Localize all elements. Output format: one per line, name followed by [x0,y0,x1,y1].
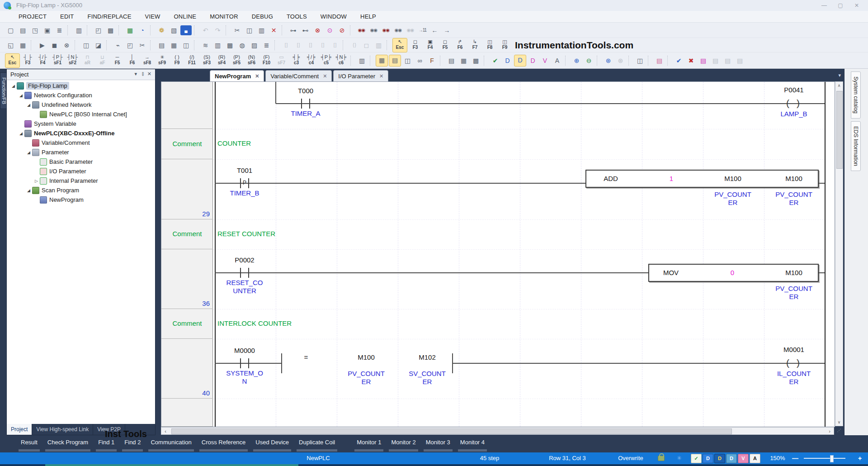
scroll-right-icon[interactable]: › [826,428,834,434]
tree-item-scan-program[interactable]: ◢Scan Program [7,185,155,195]
stop-icon[interactable]: ◼ [49,40,60,51]
bookmark-next-icon[interactable]: ▤ [722,55,733,66]
ladder-tool-f5[interactable]: ─F5 [110,54,124,67]
font-settings-icon[interactable]: F [426,55,438,66]
dock-tab-duplicate-coil[interactable]: Duplicate Coil [294,437,340,451]
tab-variable-comment[interactable]: Variable/Comment✕ [265,70,332,81]
ladder-tool-sf8[interactable]: →sF8 [140,54,154,67]
status-doc-icon[interactable]: D [726,454,737,463]
panel-tab-view-high-speed-link[interactable]: View High-speed Link [32,424,93,435]
page-view-icon[interactable]: ◻ [361,40,372,51]
tree-item-undefined-network[interactable]: ◢Undefined Network [7,100,155,109]
find-device-next-icon[interactable]: ⊛ [615,55,626,66]
replace-icon[interactable]: ◉◉ [380,25,392,36]
disconnect-icon[interactable]: ◪ [93,40,104,51]
dock-tab-monitor-3[interactable]: Monitor 3 [421,437,455,451]
zoom-out-icon[interactable]: ⊖ [583,55,594,66]
tab-overflow-icon[interactable]: ▾ [838,72,841,78]
find-all-icon[interactable]: ◉◉ [392,25,404,36]
ladder-tool-c5[interactable]: ╡P╞c5 [319,54,333,67]
fkey-f8[interactable]: ◫F8 [483,38,497,52]
tree-item-basic-parameter[interactable]: Basic Parameter [7,157,155,166]
zoom-slider-handle[interactable] [830,455,834,462]
ladder-tool-sf9[interactable]: ✳sF9 [155,54,169,67]
zoom-slider-track[interactable] [804,458,845,459]
block-mask-4-icon[interactable]: [ ] [317,40,328,51]
dock-tab-result[interactable]: Result [16,437,42,451]
note-view-icon[interactable]: ▥ [373,40,384,51]
status-doc-icon[interactable]: ✓ [691,454,702,463]
ladder-canvas[interactable]: Comment29Comment36Comment40T000TIMER_APT… [161,82,835,427]
status-doc-icon[interactable]: V [738,454,749,463]
tree-item-newplc-b0s0-internal-cnet[interactable]: NewPLC [B0S0 Internal Cnet] [7,109,155,119]
fkey-f7[interactable]: ↳F7 [468,38,482,52]
import-icon[interactable]: ◳ [29,25,41,36]
memory-reference-icon[interactable]: ▦ [376,55,388,67]
menu-online[interactable]: ONLINE [167,13,203,20]
contact-t000[interactable] [309,99,310,109]
tree-expand-icon[interactable]: ◢ [26,103,32,107]
dock-tab-used-device[interactable]: Used Device [251,437,293,451]
block-mask-5-icon[interactable]: [ ] [329,40,340,51]
delete-check-icon[interactable]: ✖ [685,55,697,66]
system-monitor-icon[interactable]: ≋ [200,40,211,51]
tree-item-variable-comment[interactable]: Variable/Comment [7,138,155,147]
rung-comment[interactable]: COUNTER [217,139,251,147]
bookmark-clear-icon[interactable]: ▤ [734,55,745,66]
vertical-scrollbar[interactable]: ∧ ∨ [835,81,843,426]
dock-tab-communication[interactable]: Communication [146,437,196,451]
find-in-project-icon[interactable]: ◉◉ [405,25,416,36]
tree-expand-icon[interactable]: ◢ [18,93,24,98]
chart-icon[interactable]: ◔ [137,25,148,36]
ladder-tool-sf6[interactable]: (N)sF6 [245,54,259,67]
find-device-icon[interactable]: ⊛ [603,55,614,66]
tab-newprogram[interactable]: NewProgram✕ [210,70,264,81]
save-icon[interactable]: ▣ [42,25,53,36]
zoom-in-icon[interactable]: ⊕ [571,55,582,66]
ladder-tool-c3[interactable]: ╡╞c3 [289,54,303,67]
goto-step-icon[interactable]: →11 [417,25,428,36]
fkey-f4[interactable]: ▣F4 [423,38,437,52]
tree-item-network-configuration[interactable]: ◢Network Configuration [7,90,155,100]
compare-icon[interactable]: ✂ [137,40,148,51]
ladder-tool-f3[interactable]: ┤ ├F3 [21,54,35,67]
tree-expand-icon[interactable]: ◢ [26,150,32,155]
change-mode-icon[interactable]: ◱ [5,40,16,51]
monitor-display-icon[interactable]: ▦ [124,25,136,36]
minimize-button[interactable]: — [818,1,830,10]
balloon-icon[interactable]: ❁ [156,25,167,36]
menu-debug[interactable]: DEBUG [245,13,280,20]
dock-tab-monitor-1[interactable]: Monitor 1 [352,437,386,451]
fkey-f9[interactable]: ◫F9 [498,38,512,52]
fkey-f5[interactable]: ◻F5 [438,38,452,52]
contact-t001[interactable] [248,178,249,188]
panel-close-icon[interactable]: ✕ [147,71,151,77]
dock-tab-check-program[interactable]: Check Program [43,437,93,451]
menu-help[interactable]: HELP [354,13,383,20]
coil-m0001[interactable]: ) [797,358,800,368]
monitor-pause-icon[interactable]: ▦ [168,40,179,51]
print-icon[interactable]: ≣ [54,25,65,36]
run-icon[interactable]: ▶ [37,40,48,51]
scroll-up-icon[interactable]: ∧ [835,82,843,89]
open-folder-icon[interactable]: ▤ [389,55,401,67]
data-trace-icon[interactable]: ▨ [249,40,260,51]
cut-icon[interactable]: ✂ [231,25,243,36]
tree-item-flip-flop-lamp[interactable]: ◢Flip-Flop Lamp [7,81,155,90]
flag-view-icon[interactable]: ▩ [470,55,481,66]
vertical-scroll-thumb[interactable] [836,91,843,169]
delete-icon[interactable]: ✕ [268,25,279,36]
close-button[interactable]: ✕ [851,1,863,10]
view-check-icon[interactable]: ✔ [490,55,501,66]
special-module-icon[interactable]: ≣ [261,40,272,51]
ladder-tool-ar[interactable]: ⊓aR [80,54,94,67]
tree-item-newprogram[interactable]: NewProgram [7,195,155,204]
ladder-tool-sf4[interactable]: (R)sF4 [215,54,229,67]
maximize-button[interactable]: ▢ [835,1,846,10]
view-device-icon[interactable]: D [502,55,513,66]
menu-edit[interactable]: EDIT [53,13,80,20]
open-project-icon[interactable]: ▤ [17,25,28,36]
contact-p0002[interactable] [240,268,241,278]
tree-expand-icon[interactable]: ◢ [26,188,32,193]
zoom-in-button[interactable]: + [858,455,862,462]
